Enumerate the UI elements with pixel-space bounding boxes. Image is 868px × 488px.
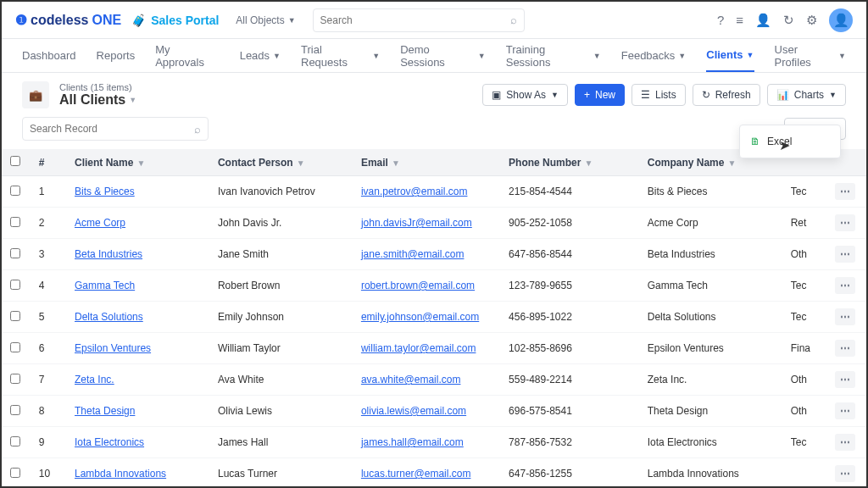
email-link[interactable]: lucas.turner@email.com [353,458,500,489]
show-as-button[interactable]: ▣Show As▼ [482,84,568,106]
client-name-link[interactable]: Lambda Innovations [66,458,209,489]
email-link[interactable]: olivia.lewis@email.com [353,396,500,427]
row-checkbox[interactable] [10,217,20,227]
filter-icon[interactable]: ▼ [584,158,593,168]
client-name-link[interactable]: Epsilon Ventures [66,333,209,364]
nav-user-profiles[interactable]: User Profiles▼ [775,39,847,72]
email-link[interactable]: robert.brown@email.com [353,270,500,302]
chevron-down-icon: ▼ [372,52,380,60]
new-button[interactable]: +New [575,84,625,106]
lists-button[interactable]: ☰Lists [632,84,686,106]
history-icon[interactable]: ↻ [783,13,794,28]
nav-training-sessions[interactable]: Training Sessions▼ [506,39,601,72]
nav-leads[interactable]: Leads▼ [240,39,281,72]
object-selector[interactable]: All Objects ▼ [229,14,302,26]
client-name-link[interactable]: Beta Industries [66,239,209,270]
export-excel-item[interactable]: 🗎 Excel [740,130,840,152]
row-checkbox[interactable] [10,248,20,258]
email-link[interactable]: ivan.petrov@email.com [353,176,500,208]
nav-clients[interactable]: Clients▼ [706,39,754,72]
plus-icon: + [584,89,590,101]
database-icon[interactable]: ≡ [736,13,743,27]
portal-badge[interactable]: 🧳 Sales Portal [131,14,219,27]
row-actions-button[interactable]: ⋯ [835,465,855,482]
row-checkbox[interactable] [10,342,20,352]
client-name-link[interactable]: Acme Corp [66,208,209,239]
email-link[interactable]: william.taylor@email.com [353,333,500,364]
search-record-input[interactable] [30,123,194,135]
chevron-down-icon: ▼ [288,16,296,25]
logo[interactable]: ❶codelessONE [15,12,121,28]
client-name-link[interactable]: Theta Design [66,396,209,427]
main-nav: DashboardReportsMy ApprovalsLeads▼Trial … [2,39,866,73]
contact-person: James Hall [209,427,353,458]
phone-number: 123-789-9655 [500,270,639,302]
filter-icon[interactable]: ▼ [136,158,145,168]
client-name-link[interactable]: Delta Solutions [66,302,209,333]
row-checkbox[interactable] [10,311,20,321]
table-wrapper[interactable]: #Client Name▼Contact Person▼Email▼Phone … [2,149,866,488]
row-actions-button[interactable]: ⋯ [835,246,855,263]
refresh-button[interactable]: ↻Refresh [693,84,760,106]
table-row: 2Acme CorpJohn Davis Jr.john.davisJr@ema… [2,208,866,239]
row-actions-button[interactable]: ⋯ [835,340,855,357]
nav-dashboard[interactable]: Dashboard [22,39,76,72]
row-checkbox[interactable] [10,280,20,290]
col-email[interactable]: Email▼ [353,149,500,176]
gear-icon[interactable]: ⚙ [806,13,817,28]
row-checkbox[interactable] [10,405,20,415]
col-label: Contact Person [218,157,293,169]
row-number: 1 [31,176,66,208]
row-checkbox[interactable] [10,468,20,478]
nav-demo-sessions[interactable]: Demo Sessions▼ [400,39,486,72]
row-number: 4 [31,270,66,302]
contact-person: Jane Smith [209,239,353,270]
avatar[interactable]: 👤 [829,8,853,32]
row-checkbox[interactable] [10,436,20,446]
global-search-input[interactable] [320,14,510,26]
email-link[interactable]: james.hall@email.com [353,427,500,458]
email-link[interactable]: jane.smith@email.com [353,239,500,270]
col-contact-person[interactable]: Contact Person▼ [209,149,353,176]
row-actions-button[interactable]: ⋯ [835,402,855,419]
row-checkbox[interactable] [10,374,20,384]
col-phone-number[interactable]: Phone Number▼ [500,149,639,176]
row-actions-button[interactable]: ⋯ [835,277,855,294]
email-link[interactable]: ava.white@email.com [353,364,500,396]
col--[interactable]: # [31,149,66,176]
global-search[interactable]: ⌕ [313,8,525,32]
filter-icon[interactable]: ▼ [392,158,400,168]
industry: Tec [782,302,827,333]
search-record[interactable]: ⌕ [22,117,209,141]
client-name-link[interactable]: Gamma Tech [66,270,209,302]
charts-button[interactable]: 📊Charts▼ [767,84,846,106]
company-name: Lambda Innovations [639,458,782,489]
row-number: 10 [31,458,66,489]
list-header: 💼 Clients (15 items) All Clients ▼ ▣Show… [2,73,866,117]
nav-reports[interactable]: Reports [97,39,136,72]
select-all-checkbox[interactable] [10,156,20,166]
row-actions-button[interactable]: ⋯ [835,371,855,388]
email-link[interactable]: emily.johnson@email.com [353,302,500,333]
list-title-button[interactable]: All Clients ▼ [59,92,136,108]
email-link[interactable]: john.davisJr@email.com [353,208,500,239]
filter-icon[interactable]: ▼ [297,158,305,168]
client-name-link[interactable]: Iota Electronics [66,427,209,458]
row-actions-button[interactable]: ⋯ [835,214,855,231]
company-name: Iota Electronics [639,427,782,458]
row-actions-button[interactable]: ⋯ [835,308,855,325]
row-checkbox[interactable] [10,186,20,196]
client-name-link[interactable]: Bits & Pieces [66,176,209,208]
filter-icon[interactable]: ▼ [727,158,736,168]
row-actions-button[interactable]: ⋯ [835,434,855,451]
nav-trial-requests[interactable]: Trial Requests▼ [301,39,380,72]
nav-feedbacks[interactable]: Feedbacks▼ [621,39,687,72]
logo-prefix: codeless [31,13,88,28]
nav-my-approvals[interactable]: My Approvals [155,39,220,72]
add-user-icon[interactable]: 👤 [755,13,771,28]
client-name-link[interactable]: Zeta Inc. [66,364,209,396]
col-label: Client Name [75,157,133,169]
row-actions-button[interactable]: ⋯ [835,183,855,200]
help-icon[interactable]: ? [717,13,724,27]
col-client-name[interactable]: Client Name▼ [66,149,209,176]
